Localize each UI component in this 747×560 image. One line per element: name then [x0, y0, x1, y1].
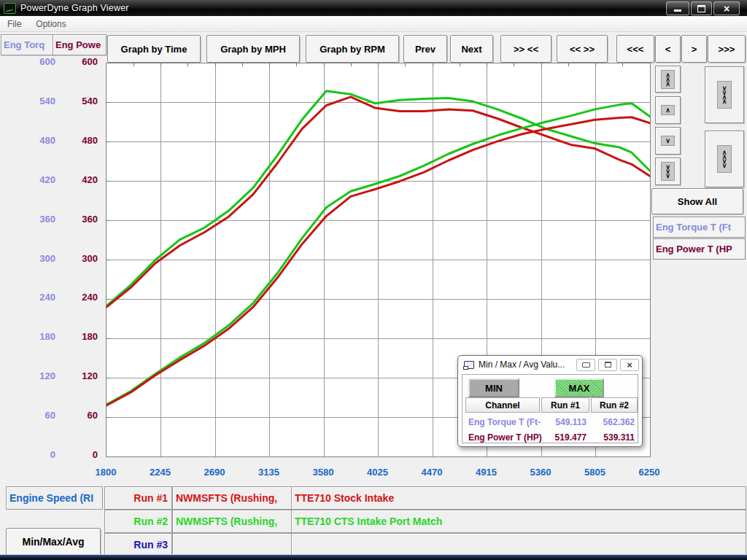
expand-vertical-icon: ∧ ∧ ∨ ∨	[717, 145, 732, 173]
minmax-title-bar[interactable]: Min / Max / Avg Valu... ×	[458, 356, 642, 373]
rpm-tick-3135: 3135	[246, 467, 293, 478]
power-tick-120: 120	[54, 370, 98, 382]
rpm-tick-4470: 4470	[409, 467, 455, 478]
torque-tick-120: 120	[4, 370, 55, 382]
power-tick-180: 180	[54, 331, 98, 343]
rpm-tick-1800: 1800	[82, 467, 129, 478]
torque-tick-420: 420	[4, 174, 55, 186]
scroll-left-fast-button[interactable]: <<<	[616, 35, 654, 63]
minmax-close-icon: ×	[627, 360, 632, 370]
power-tick-60: 60	[54, 410, 98, 421]
rpm-tick-5360: 5360	[517, 467, 564, 478]
torque-tick-300: 300	[4, 253, 55, 265]
collapse-vertical-icon: ∨ ∨ ∧ ∧	[717, 81, 732, 109]
menu-file[interactable]: File	[0, 16, 28, 31]
minimize-icon	[674, 9, 681, 12]
power-tick-360: 360	[54, 214, 98, 225]
power-tick-480: 480	[54, 135, 98, 147]
power-axis-header[interactable]: Eng Powe	[53, 34, 107, 55]
scroll-down-icon: ∨	[661, 136, 675, 146]
maximize-icon	[697, 5, 705, 12]
collapse-vertical-button[interactable]: ∨ ∨ ∧ ∧	[705, 66, 744, 123]
power-tick-540: 540	[54, 96, 98, 107]
menu-bar: FileOptions	[0, 16, 747, 32]
run-label-3[interactable]: Run #3	[104, 533, 172, 556]
min-max-avg-button[interactable]: Min/Max/Avg	[6, 528, 101, 556]
power-tick-300: 300	[54, 253, 98, 265]
minmax-header-run2[interactable]: Run #2	[591, 397, 638, 413]
minmax-window-title: Min / Max / Avg Valu...	[479, 359, 576, 370]
run-label-1[interactable]: Run #1	[104, 486, 172, 510]
minmax-body: MIN MAX Channel Run #1 Run #2 Eng Torque…	[462, 374, 638, 443]
torque-tick-180: 180	[4, 331, 55, 343]
app-icon	[4, 3, 16, 14]
rpm-tick-4915: 4915	[463, 467, 510, 478]
rpm-tick-6250: 6250	[626, 467, 673, 478]
max-toggle-button[interactable]: MAX	[554, 378, 604, 397]
run-desc-3[interactable]	[291, 533, 746, 556]
power-tick-600: 600	[54, 56, 98, 68]
power-tick-240: 240	[54, 292, 98, 303]
maximize-button[interactable]	[691, 1, 712, 15]
min-toggle-button[interactable]: MIN	[468, 378, 519, 397]
scroll-right-button[interactable]: >	[681, 35, 707, 63]
torque-axis-header[interactable]: Eng Torq	[1, 34, 55, 55]
minmax-minimize-button[interactable]	[576, 359, 595, 371]
scroll-down-fast-icon: ∨ ∨ ∨	[661, 162, 675, 181]
torque-tick-480: 480	[4, 135, 55, 147]
engine-speed-channel-box[interactable]: Engine Speed (RI	[6, 486, 103, 510]
run-file-1[interactable]: NWMSFTS (Rushing,	[172, 486, 293, 510]
run-desc-2[interactable]: TTE710 CTS Intake Port Match	[291, 510, 746, 533]
minmax-close-button[interactable]: ×	[620, 359, 639, 371]
torque-tick-540: 540	[4, 96, 55, 107]
scroll-up-button[interactable]: ∧	[655, 96, 681, 124]
rpm-tick-2245: 2245	[137, 467, 184, 478]
close-button[interactable]: ×	[713, 1, 740, 15]
show-all-button[interactable]: Show All	[651, 188, 743, 214]
scroll-down-button[interactable]: ∨	[655, 127, 681, 155]
rpm-tick-4025: 4025	[355, 467, 401, 478]
minmax-minimize-icon	[582, 362, 590, 368]
power-tick-420: 420	[54, 174, 98, 186]
zoom-out-horizontal-button[interactable]: << >>	[557, 35, 608, 63]
taskbar-strip	[0, 554, 747, 560]
title-bar[interactable]: PowerDyne Graph Viewer ×	[0, 0, 747, 16]
minmax-value-run1-0: 549.113	[543, 417, 587, 427]
next-button[interactable]: Next	[450, 35, 493, 63]
torque-tick-600: 600	[4, 56, 55, 68]
minmax-window: Min / Max / Avg Valu... × MIN MAX Channe…	[457, 355, 643, 447]
torque-tick-0: 0	[4, 449, 55, 461]
minimize-button[interactable]	[666, 1, 689, 15]
minmax-header-run1[interactable]: Run #1	[541, 397, 589, 413]
scroll-left-button[interactable]: <	[655, 35, 681, 63]
minmax-restore-button[interactable]	[598, 359, 617, 371]
minmax-header-channel[interactable]: Channel	[465, 397, 540, 413]
minmax-value-run2-1: 539.311	[592, 432, 635, 443]
torque-tick-360: 360	[4, 214, 55, 225]
expand-vertical-button[interactable]: ∧ ∧ ∨ ∨	[705, 131, 744, 187]
run-file-2[interactable]: NWMSFTS (Rushing,	[172, 510, 293, 533]
scroll-up-fast-button[interactable]: ∧ ∧ ∧	[655, 66, 681, 93]
minmax-window-icon	[464, 361, 474, 369]
torque-tick-60: 60	[4, 410, 55, 421]
graph-by-time-button[interactable]: Graph by Time	[107, 35, 201, 63]
torque-channel-box[interactable]: Eng Torque T (Ft	[653, 217, 746, 238]
scroll-up-fast-icon: ∧ ∧ ∧	[661, 70, 675, 89]
rpm-tick-5805: 5805	[572, 467, 619, 478]
minmax-value-run1-1: 519.477	[543, 432, 587, 443]
minmax-value-run2-0: 562.362	[592, 417, 635, 427]
zoom-in-horizontal-button[interactable]: >> <<	[500, 35, 551, 63]
minmax-channel-0: Eng Torque T (Ft-	[468, 417, 549, 427]
run-file-3[interactable]	[172, 533, 293, 556]
run-label-2[interactable]: Run #2	[104, 510, 172, 533]
scroll-right-fast-button[interactable]: >>>	[708, 35, 746, 63]
power-tick-0: 0	[54, 449, 98, 461]
prev-button[interactable]: Prev	[403, 35, 447, 63]
scroll-down-fast-button[interactable]: ∨ ∨ ∨	[655, 158, 681, 185]
menu-options[interactable]: Options	[28, 16, 73, 31]
graph-by-mph-button[interactable]: Graph by MPH	[206, 35, 300, 63]
run-desc-1[interactable]: TTE710 Stock Intake	[291, 486, 746, 510]
minmax-restore-icon	[605, 362, 611, 368]
power-channel-box[interactable]: Eng Power T (HP	[653, 238, 746, 260]
graph-by-rpm-button[interactable]: Graph by RPM	[306, 35, 399, 63]
